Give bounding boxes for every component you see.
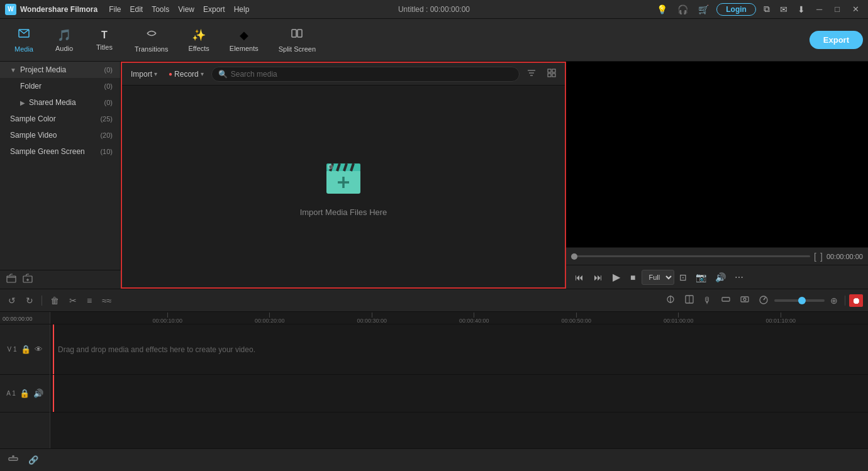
track-eye-icon[interactable]: 👁 — [35, 345, 43, 354]
svg-rect-34 — [9, 458, 18, 460]
play-button[interactable]: ▶ — [609, 269, 624, 285]
bulb-icon[interactable]: 💡 — [654, 3, 670, 16]
timeline-main: 00:00:00:00 00:00:10:0000:00:20:0000:00:… — [0, 312, 868, 448]
project-media-label: Project Media — [20, 65, 66, 74]
speed-button[interactable] — [755, 292, 772, 308]
preview-timecode: 00:00:00:00 — [826, 253, 863, 260]
headphone-icon[interactable]: 🎧 — [675, 3, 691, 16]
new-folder-button[interactable] — [23, 274, 33, 285]
bracket-left[interactable]: [ — [814, 252, 816, 262]
svg-rect-2 — [298, 30, 302, 37]
content-area: ▼ Project Media (0) Folder (0) ▶ Shared … — [0, 62, 868, 289]
quality-select[interactable]: Full — [642, 270, 674, 285]
sidebar-item-folder[interactable]: Folder (0) — [0, 78, 120, 94]
toolbar-elements[interactable]: ◆ Elements — [221, 25, 267, 56]
fullscreen-button[interactable]: ⊡ — [676, 270, 691, 285]
scrubber-bar[interactable] — [571, 255, 810, 257]
sidebar-item-sample-color[interactable]: Sample Color (25) — [0, 111, 120, 127]
export-button[interactable]: Export — [810, 31, 863, 49]
login-button[interactable]: Login — [716, 3, 756, 16]
track-lock-icon-a[interactable]: 🔒 — [19, 389, 30, 398]
frame-back-button[interactable]: ⏭ — [590, 270, 606, 285]
toolbar-audio[interactable]: 🎵 Audio — [45, 25, 83, 56]
sidebar-item-sample-video[interactable]: Sample Video (20) — [0, 127, 120, 143]
sidebar-item-project-media[interactable]: ▼ Project Media (0) — [0, 62, 120, 78]
toolbar-media[interactable]: Media — [5, 23, 43, 57]
gift-icon[interactable]: 🛒 — [696, 3, 711, 16]
track-mic-icon[interactable]: 🔊 — [33, 389, 43, 398]
cut-button[interactable]: ✂ — [66, 294, 80, 308]
record-button[interactable]: ● Record ▾ — [165, 68, 208, 80]
clip-button[interactable] — [681, 292, 698, 308]
search-bar[interactable]: 🔍 — [211, 67, 520, 82]
freeze-frame-button[interactable] — [737, 292, 753, 308]
add-track-button[interactable] — [5, 452, 21, 468]
import-dropdown-arrow: ▾ — [154, 70, 157, 77]
import-label: Import — [131, 70, 152, 79]
redo-button[interactable]: ↻ — [23, 294, 36, 308]
link-button[interactable]: 🔗 — [25, 453, 42, 467]
sidebar-item-sample-green-screen[interactable]: Sample Green Screen (10) — [0, 143, 120, 160]
elements-icon: ◆ — [240, 28, 248, 42]
window-title: Untitled : 00:00:00:00 — [398, 5, 470, 14]
message-icon[interactable]: ✉ — [777, 3, 790, 16]
folder-count: (0) — [104, 82, 113, 90]
adjust-button[interactable]: ≡ — [84, 294, 95, 308]
delete-button[interactable]: 🗑 — [47, 294, 62, 308]
bracket-right[interactable]: ] — [820, 252, 823, 262]
stop-button[interactable]: ■ — [626, 270, 639, 285]
maximize-button[interactable]: □ — [831, 3, 843, 15]
menu-help[interactable]: Help — [234, 5, 250, 14]
close-button[interactable]: ✕ — [849, 3, 863, 15]
titlebar-menus: File Edit Tools View Export Help — [109, 5, 249, 14]
scrubber-thumb[interactable] — [571, 253, 577, 260]
zoom-in-button[interactable]: ⊕ — [827, 294, 841, 308]
app-logo: W — [5, 4, 16, 15]
media-label: Media — [14, 45, 33, 53]
toolbar-effects[interactable]: ✨ Effects — [179, 25, 218, 56]
volume-button[interactable]: 🔊 — [711, 270, 730, 285]
track-add-button[interactable] — [718, 292, 734, 308]
mic-button[interactable]: 🎙 — [700, 294, 715, 308]
timeline-right-tools: 🎙 ⊕ ⏺ — [662, 292, 863, 308]
audio-label: Audio — [55, 45, 73, 52]
snap-button[interactable] — [662, 292, 679, 308]
toolbar-titles[interactable]: T Titles — [86, 26, 123, 55]
layout-icon[interactable]: ⧉ — [761, 3, 772, 16]
titles-label: Titles — [96, 43, 113, 51]
download-icon[interactable]: ⬇ — [795, 3, 808, 16]
toolbar-transitions[interactable]: Transitions — [126, 23, 177, 57]
menu-file[interactable]: File — [109, 5, 121, 14]
snapshot-button[interactable]: 📷 — [692, 270, 710, 285]
track-lock-icon[interactable]: 🔒 — [21, 345, 31, 354]
undo-button[interactable]: ↺ — [5, 294, 19, 308]
add-folder-button[interactable] — [6, 274, 16, 285]
search-input[interactable] — [231, 70, 513, 79]
menu-edit[interactable]: Edit — [130, 5, 143, 14]
menu-export[interactable]: Export — [203, 5, 225, 14]
zoom-bar[interactable] — [774, 299, 825, 302]
split-audio-button[interactable]: ≈≈ — [99, 294, 114, 308]
import-button[interactable]: Import ▾ — [127, 68, 161, 80]
titles-icon: T — [101, 30, 108, 41]
sidebar-item-shared-media[interactable]: ▶ Shared Media (0) — [0, 94, 120, 111]
record-timeline-button[interactable]: ⏺ — [849, 294, 863, 307]
grid-icon[interactable] — [543, 67, 560, 81]
minimize-button[interactable]: ─ — [813, 3, 826, 15]
filter-icon[interactable] — [523, 67, 540, 81]
track-headers: V 1 🔒 👁 A 1 🔒 🔊 — [0, 324, 50, 448]
svg-rect-12 — [548, 74, 551, 77]
toolbar-split-screen[interactable]: Split Screen — [270, 23, 325, 57]
svg-rect-28 — [722, 297, 730, 301]
zoom-thumb[interactable] — [798, 297, 806, 304]
ruler-marks: 00:00:10:0000:00:20:0000:00:30:0000:00:4… — [50, 312, 868, 324]
skip-back-button[interactable]: ⏮ — [571, 270, 587, 285]
search-icon: 🔍 — [218, 70, 228, 79]
media-content[interactable]: Import Media Files Here — [122, 86, 565, 287]
timeline-tracks: V 1 🔒 👁 A 1 🔒 🔊 Drag and drop media and … — [0, 324, 868, 448]
track-number-v1: V 1 — [7, 346, 16, 353]
svg-line-33 — [764, 297, 765, 300]
more-button[interactable]: ⋯ — [731, 270, 747, 285]
menu-view[interactable]: View — [178, 5, 194, 14]
menu-tools[interactable]: Tools — [152, 5, 169, 14]
